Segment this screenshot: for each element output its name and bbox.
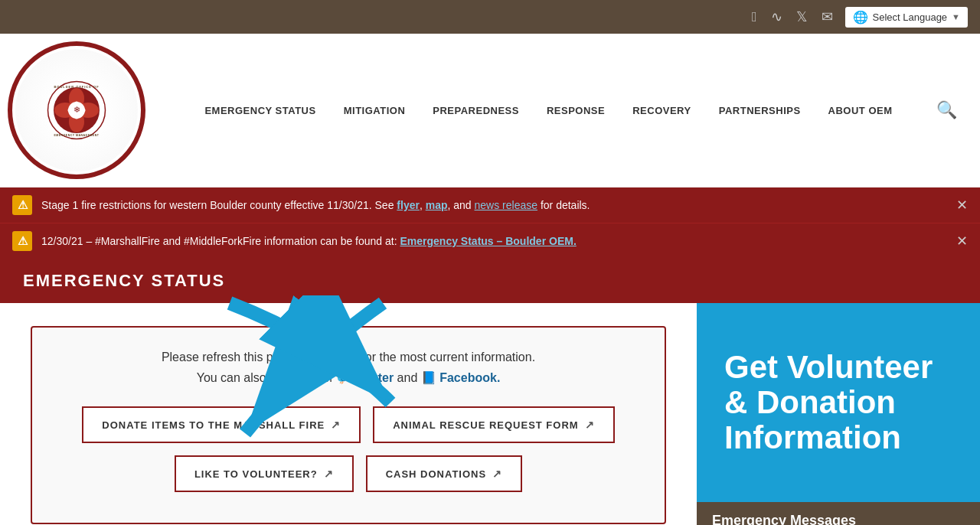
nav-recovery[interactable]: RECOVERY: [619, 97, 704, 124]
rss-icon[interactable]: ∿: [771, 8, 782, 25]
external-link-icon-1: ↗: [331, 419, 341, 431]
alert-link-emergency-status[interactable]: Emergency Status – Boulder OEM.: [400, 235, 576, 247]
animal-rescue-button[interactable]: ANIMAL RESCUE REQUEST FORM ↗: [373, 406, 614, 443]
left-panel: Please refresh this page periodically fo…: [0, 303, 697, 525]
external-link-icon-2: ↗: [585, 419, 595, 431]
main-content: Please refresh this page periodically fo…: [0, 303, 980, 525]
nav-response[interactable]: RESPONSE: [533, 97, 619, 124]
buttons-row-1: DONATE ITEMS TO THE MARSHALL FIRE ↗ ANIM…: [63, 406, 634, 443]
alert-text-2: 12/30/21 – #MarshallFire and #MiddleFork…: [41, 235, 942, 247]
dropdown-arrow-icon: ▼: [952, 12, 960, 21]
nav-mitigation[interactable]: MITIGATION: [330, 97, 420, 124]
buttons-row-2: LIKE TO VOLUNTEER? ↗ CASH DONATIONS ↗: [63, 455, 634, 492]
external-link-icon-4: ↗: [492, 468, 502, 480]
social-icons:  ∿ 𝕏 ✉: [752, 8, 833, 25]
nav-emergency-status[interactable]: EMERGENCY STATUS: [191, 97, 329, 124]
top-bar:  ∿ 𝕏 ✉ 🌐 Select Language ▼: [0, 0, 980, 34]
volunteer-button[interactable]: LIKE TO VOLUNTEER? ↗: [175, 455, 354, 492]
info-box: Please refresh this page periodically fo…: [31, 326, 666, 524]
nav-about-oem[interactable]: ABOUT OEM: [815, 97, 906, 124]
cash-donations-button[interactable]: CASH DONATIONS ↗: [366, 455, 522, 492]
alert-close-1[interactable]: ✕: [956, 197, 968, 214]
svg-point-10: [68, 109, 72, 112]
volunteer-info-box[interactable]: Get Volunteer & Donation Information: [697, 303, 980, 502]
volunteer-line2: & Donation: [724, 385, 952, 420]
volunteer-line1: Get Volunteer: [724, 350, 952, 385]
facebook-f-icon: 📘: [421, 371, 436, 384]
alert-text-1: Stage 1 fire restrictions for western Bo…: [41, 199, 942, 211]
logo-circle: ❄ BOULDER OFFICE OF EMERGENCY MANAGEMENT: [8, 41, 145, 179]
search-icon[interactable]: 🔍: [936, 100, 957, 120]
emergency-status-title: EMERGENCY STATUS: [23, 271, 225, 290]
donate-items-button[interactable]: DONATE ITEMS TO THE MARSHALL FIRE ↗: [82, 406, 361, 443]
svg-text:EMERGENCY MANAGEMENT: EMERGENCY MANAGEMENT: [54, 134, 100, 137]
refresh-text: Please refresh this page periodically fo…: [63, 351, 634, 364]
nav-partnerships[interactable]: PARTNERSHIPS: [705, 97, 815, 124]
facebook-link[interactable]: Facebook.: [439, 371, 500, 384]
right-panel: Map Get Volunteer & Donation Information…: [697, 303, 980, 525]
alert-link-flyer[interactable]: flyer: [397, 199, 420, 211]
alert-link-map[interactable]: map: [426, 199, 448, 211]
svg-text:❄: ❄: [74, 105, 80, 114]
emergency-messages-box: Emergency Messages: [697, 502, 980, 525]
emergency-status-banner: EMERGENCY STATUS: [0, 259, 980, 303]
follow-text: You can also follow OEM 🐦 Twitter and 📘 …: [63, 370, 634, 385]
emergency-messages-title: Emergency Messages: [712, 513, 856, 525]
select-language-label: Select Language: [873, 11, 948, 23]
logo-inner: ❄ BOULDER OFFICE OF EMERGENCY MANAGEMENT: [15, 49, 138, 171]
alert-bar-2: ⚠ 12/30/21 – #MarshallFire and #MiddleFo…: [0, 223, 980, 259]
email-icon[interactable]: ✉: [822, 8, 833, 25]
twitter-link[interactable]: Twitter: [354, 371, 394, 384]
facebook-icon[interactable]: : [752, 9, 757, 25]
select-language-button[interactable]: 🌐 Select Language ▼: [845, 7, 968, 28]
main-nav: EMERGENCY STATUS MITIGATION PREPAREDNESS…: [168, 97, 929, 124]
header: ❄ BOULDER OFFICE OF EMERGENCY MANAGEMENT…: [0, 34, 980, 188]
nav-preparedness[interactable]: PREPAREDNESS: [419, 97, 533, 124]
svg-point-11: [82, 109, 86, 112]
warning-icon-2: ⚠: [12, 231, 32, 251]
svg-text:BOULDER OFFICE OF: BOULDER OFFICE OF: [54, 85, 99, 89]
logo-emblem: ❄ BOULDER OFFICE OF EMERGENCY MANAGEMENT: [46, 80, 107, 141]
alert-bar-1: ⚠ Stage 1 fire restrictions for western …: [0, 188, 980, 223]
logo-wrap[interactable]: ❄ BOULDER OFFICE OF EMERGENCY MANAGEMENT: [8, 41, 168, 179]
globe-icon: 🌐: [853, 10, 868, 24]
svg-point-9: [75, 116, 79, 119]
twitter-icon[interactable]: 𝕏: [796, 8, 808, 25]
twitter-bird-icon: 🐦: [335, 371, 351, 384]
alert-close-2[interactable]: ✕: [956, 233, 968, 249]
alert-link-news-release[interactable]: news release: [475, 199, 538, 211]
volunteer-line3: Information: [724, 420, 952, 455]
warning-icon-1: ⚠: [12, 195, 32, 215]
external-link-icon-3: ↗: [324, 468, 334, 480]
svg-point-8: [75, 102, 79, 106]
